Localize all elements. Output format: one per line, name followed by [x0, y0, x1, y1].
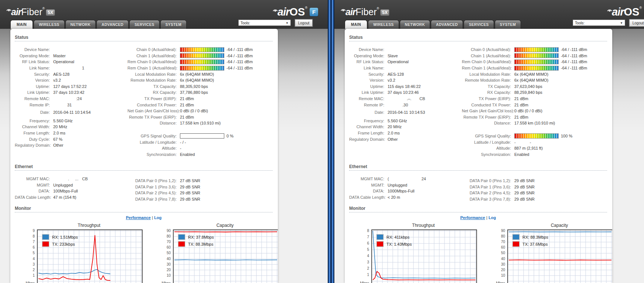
- field-value: 29 dB SNR: [180, 185, 200, 189]
- field-value: Slave: [388, 54, 398, 58]
- tab-network[interactable]: NETWORK: [65, 20, 96, 29]
- field-value: 1: [53, 66, 84, 70]
- field-value: Enabled: [514, 152, 529, 157]
- field-row: Altitude:887 m (2,911 ft): [462, 145, 607, 151]
- airos-window-master: airFiber®5X airOS®F MAINWIRELESSNETWORKA…: [0, 0, 328, 283]
- tab-services[interactable]: SERVICES: [464, 20, 494, 29]
- field-label: Conducted TX Power:: [462, 103, 514, 107]
- tab-advanced[interactable]: ADVANCED: [431, 20, 463, 29]
- y-axis-tick-label: 30: [161, 262, 171, 266]
- field-label: Net Gain (Ant Gain/Cbl loss):: [127, 109, 180, 113]
- ethernet-fields-left: MGMT MAC:(24MGMT:UnpluggedDATA:1000Mbps-…: [349, 176, 462, 202]
- field-row: RX Capacity:37,786,880 bps: [127, 89, 273, 96]
- field-row: Duty Cycle:67 %: [15, 136, 127, 142]
- field-label: TX Power (EIRP):: [462, 96, 514, 101]
- signal-value-text: -64 / -111 dBm: [561, 59, 587, 64]
- signal-value-text: -64 / -111 dBm: [561, 47, 587, 52]
- signal-strength-bar: [180, 59, 224, 64]
- signal-value-text: -64 / -111 dBm: [226, 66, 253, 70]
- field-label: Security:: [349, 72, 388, 76]
- brand-os: OS: [289, 6, 305, 18]
- field-label: DATA:: [15, 189, 53, 193]
- ethernet-columns: MGMT MAC:....CBMGMT:UnpluggedDATA:100Mbp…: [15, 176, 273, 202]
- tab-advanced[interactable]: ADVANCED: [96, 20, 129, 29]
- ethernet-section: Ethernet MGMT MAC:....CBMGMT:UnpluggedDA…: [15, 164, 273, 202]
- field-row: Remote IP:.30: [349, 102, 462, 108]
- field-value: 21 dBm: [180, 96, 194, 101]
- field-value: 1000Mbps-Full: [388, 189, 415, 193]
- field-value: 100Mbps-Full: [53, 189, 78, 193]
- registered-mark: ®: [639, 6, 642, 10]
- y-axis-tick-label: 7: [25, 240, 35, 244]
- field-value: -64 / -111 dBm: [514, 53, 587, 58]
- field-row: RF Link Status:Operational: [349, 59, 462, 65]
- monitor-link-performance[interactable]: Performance: [460, 215, 485, 220]
- logout-button[interactable]: Logout: [295, 19, 313, 27]
- tab-wireless[interactable]: WIRELESS: [368, 20, 399, 29]
- field-label: Altitude:: [127, 146, 180, 150]
- signal-value-text: -64 / -111 dBm: [226, 54, 253, 58]
- field-label: Rem Chain 1 (Actual/Ideal):: [462, 66, 514, 70]
- logout-button[interactable]: Logout: [629, 19, 644, 27]
- field-label: DATA Pair 1 (Pins 3,6):: [127, 185, 180, 189]
- field-row: DATA Pair 0 (Pins 1,2):27 dB SNR: [127, 178, 273, 184]
- field-value: 17.558 km (10.910 mi): [514, 121, 555, 125]
- legend-swatch-rx: [376, 234, 384, 240]
- field-row: DATA:100Mbps-Full: [15, 188, 127, 194]
- field-value: 29 dB SNR: [180, 191, 200, 195]
- field-row: Channel Width:20 MHz: [15, 124, 127, 130]
- y-axis-tick-label: 70: [495, 240, 505, 244]
- y-axis-tick-label: 4: [25, 257, 35, 261]
- field-value: ....CB: [53, 177, 88, 181]
- link-separator: |: [485, 215, 488, 220]
- monitor-link-performance[interactable]: Performance: [126, 215, 151, 220]
- field-row: Chain 1 (Actual/Ideal):-64 / -111 dBm: [462, 53, 607, 59]
- field-value: 29 dB SNR: [514, 191, 535, 195]
- field-label: RX Capacity:: [462, 90, 514, 95]
- y-axis-tick-label: 20: [495, 268, 505, 272]
- tab-network[interactable]: NETWORK: [400, 20, 430, 29]
- monitor-link-log[interactable]: Log: [488, 215, 496, 220]
- redacted-fragment: -: [530, 140, 531, 144]
- tab-wireless[interactable]: WIRELESS: [34, 20, 64, 29]
- field-value: 20 MHz: [53, 125, 67, 129]
- field-row: Latitude / Longitude:--: [462, 139, 607, 145]
- chart-plot-area: 987654321MbpsRX: 1.51MbpsTX: 233kbps: [37, 229, 141, 283]
- ethernet-fields-left: MGMT MAC:....CBMGMT:UnpluggedDATA:100Mbp…: [15, 176, 127, 202]
- tab-services[interactable]: SERVICES: [129, 20, 160, 29]
- field-label: Version:: [15, 78, 53, 82]
- field-value: 29 dB SNR: [514, 185, 535, 189]
- monitor-link-log[interactable]: Log: [154, 215, 161, 220]
- field-row: Frame Length:2.0 ms: [349, 130, 462, 136]
- field-value: Enabled: [180, 152, 195, 157]
- field-value: 88,305,920 bps: [180, 84, 208, 89]
- field-row: Conducted TX Power:21 dBm: [127, 102, 273, 108]
- field-label: Latitude / Longitude:: [462, 140, 514, 144]
- signal-strength-bar: [514, 59, 559, 64]
- field-value: AES-128: [388, 72, 404, 76]
- field-value: Operational: [388, 59, 409, 64]
- field-row: Channel Width:20 MHz: [349, 124, 462, 130]
- field-row: DATA Cable Length:47 m (154 ft): [15, 194, 127, 201]
- tab-system[interactable]: SYSTEM: [495, 20, 521, 29]
- field-label: Chain 0 (Actual/Ideal):: [127, 47, 180, 52]
- field-row: Conducted TX Power:21 dBm: [462, 102, 607, 108]
- y-axis-tick-label: 60: [495, 245, 505, 249]
- field-value: -64 / -111 dBm: [180, 47, 253, 52]
- tab-main[interactable]: MAIN: [10, 20, 33, 29]
- field-label: TX Capacity:: [127, 84, 180, 89]
- field-row: Rem Chain 0 (Actual/Ideal):-64 / -111 dB…: [127, 59, 273, 65]
- tools-select[interactable]: Tools:▼: [573, 20, 625, 26]
- tab-system[interactable]: SYSTEM: [160, 20, 187, 29]
- redacted-fragment: :24: [76, 96, 82, 101]
- y-axis-tick-label: 10: [161, 273, 171, 277]
- tab-main[interactable]: MAIN: [345, 20, 367, 29]
- field-value: 20 MHz: [388, 125, 402, 129]
- field-row: MGMT MAC:....CB: [15, 176, 127, 182]
- field-row: Version:v3.2: [15, 77, 127, 83]
- section-title-ethernet: Ethernet: [349, 164, 607, 171]
- tools-select[interactable]: Tools:▼: [238, 20, 291, 26]
- field-label: Duty Cycle:: [15, 137, 53, 142]
- gps-value-text: 0 %: [226, 134, 234, 138]
- field-label: Rem Chain 1 (Actual/Ideal):: [127, 66, 180, 70]
